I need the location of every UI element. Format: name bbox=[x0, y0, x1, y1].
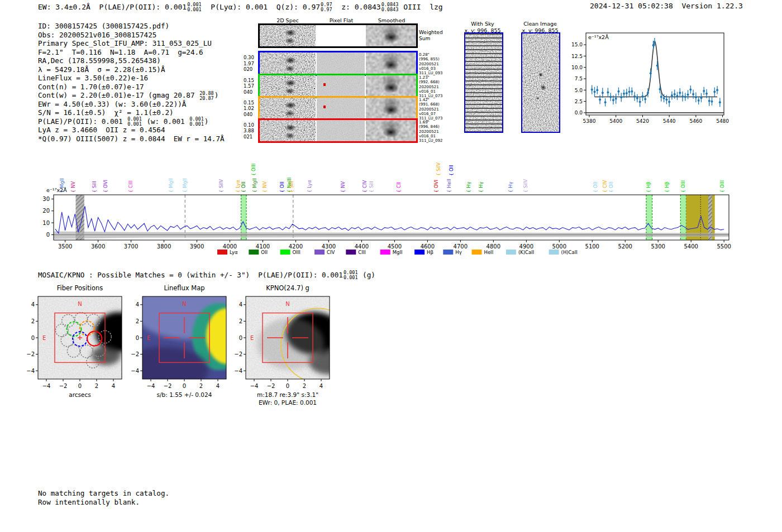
smoothed-image bbox=[366, 25, 416, 46]
spec2d-image bbox=[260, 120, 316, 141]
spec2d-row-right-label: 1.42"(991, 668)20200521v016_07311_LU_073 bbox=[419, 98, 452, 121]
svg-text:0: 0 bbox=[183, 383, 186, 389]
spectral-line-label: { OII bbox=[241, 181, 246, 193]
kpno-g-cutout: NE−4−2024420−2−4KPNO(24.7) gm:18.7 re:3.… bbox=[234, 284, 355, 406]
legend-swatch bbox=[506, 250, 516, 255]
svg-text:15.0: 15.0 bbox=[571, 42, 583, 47]
svg-text:4100: 4100 bbox=[256, 243, 270, 250]
svg-text:5440: 5440 bbox=[663, 118, 676, 124]
info-line: λ = 5429.18Å σ = 2.28(±0.15)Å bbox=[38, 65, 225, 74]
text-segment: ID: 3008157425 (3008157425.pdf) bbox=[38, 22, 169, 30]
spec2d-row-left-label: 0.151.02040 bbox=[244, 100, 258, 118]
text-segment: λ = 5429.18Å σ = 2.28(±0.15)Å bbox=[38, 65, 165, 74]
spectral-line-label: { OII bbox=[593, 181, 598, 193]
spectral-line-label: { NV bbox=[340, 181, 346, 193]
spectral-line-label: { OIII bbox=[251, 164, 256, 176]
compass-north: N bbox=[78, 301, 82, 307]
svg-text:5100: 5100 bbox=[585, 243, 599, 250]
legend-swatch bbox=[249, 250, 259, 255]
text-segment: F=2.1" T=0.116 N=1.18 A=0.71 g=24.6 bbox=[38, 48, 203, 56]
svg-text:4: 4 bbox=[31, 301, 35, 308]
noise-texture bbox=[317, 120, 365, 141]
stacked-hi-lo-value: 20.8820.87 bbox=[199, 90, 214, 100]
spectral-line-label: { OII bbox=[449, 165, 454, 176]
text-segment: P(LAE)/P(OII): 0.001 bbox=[38, 117, 127, 126]
flat-marker-dot bbox=[323, 106, 326, 108]
text-segment: Cont(n) = 1.70(±0.07)e-17 bbox=[38, 83, 144, 91]
legend-label: (H)CaII bbox=[561, 250, 578, 255]
svg-text:5420: 5420 bbox=[636, 118, 649, 124]
fiber-positions-cutout: NE−4−2024420−2−4Fiber Positionsarcsecs bbox=[26, 284, 142, 398]
main-spectrum-chart: 3500360037003800390040004100420043004400… bbox=[31, 147, 754, 261]
info-line: ID: 3008157425 (3008157425.pdf) bbox=[38, 22, 225, 31]
svg-text:3600: 3600 bbox=[91, 243, 105, 250]
spec2d-row bbox=[258, 23, 418, 48]
cutout-xlabel: arcsecs bbox=[69, 391, 90, 398]
header-timestamp: 2024-12-31 05:02:38 Version 1.22.3 bbox=[590, 2, 743, 10]
text-segment: LineFlux = 3.50(±0.22)e-16 bbox=[38, 74, 148, 82]
spectral-line-label: { CIII bbox=[128, 180, 133, 193]
spec2d-row bbox=[258, 96, 418, 121]
compass-north: N bbox=[182, 301, 186, 307]
text-segment: (w: 0.001 bbox=[142, 117, 189, 126]
spectrum-flux-line bbox=[55, 206, 724, 233]
svg-text:5500: 5500 bbox=[717, 243, 731, 250]
line-fit-chart: 0.02.55.07.510.012.515.05380540054205440… bbox=[570, 27, 748, 136]
with-sky-title: With Sky x, y: 996, 855 bbox=[464, 21, 500, 33]
spectral-line-label: { Hγ bbox=[466, 181, 471, 193]
svg-text:4000: 4000 bbox=[223, 243, 237, 250]
with-sky-title-text: With Sky bbox=[464, 21, 500, 27]
spec2d-row bbox=[258, 118, 418, 143]
spectral-line-label: { SiIV bbox=[523, 179, 528, 193]
spectral-line-label: { MgII bbox=[182, 178, 188, 193]
spec2d-row-left-label: 0.301.97020 bbox=[244, 55, 258, 73]
cutout-title: Lineflux Map bbox=[164, 284, 204, 292]
svg-text:5380: 5380 bbox=[583, 118, 596, 124]
text-segment: Primary Spec_Slot_IFU_AMP: 311_053_025_L… bbox=[38, 39, 212, 47]
spectral-line-label: { Lyα bbox=[307, 180, 312, 193]
lineflux-map-cutout: NE−4−2024420−2−4Lineflux Maps/b: 1.55 +/… bbox=[119, 281, 249, 398]
info-line: *Q(0.97) OIII(5007) z = 0.0844 EW r = 14… bbox=[38, 135, 225, 143]
spectral-line-label: { Hγ bbox=[508, 181, 513, 193]
svg-text:0: 0 bbox=[46, 232, 50, 238]
svg-text:0: 0 bbox=[31, 335, 35, 341]
smoothed-image bbox=[366, 52, 416, 74]
svg-text:−2: −2 bbox=[26, 351, 35, 357]
info-line: RA,Dec (178.559998,55.265438) bbox=[38, 56, 225, 65]
svg-text:−2: −2 bbox=[131, 351, 139, 357]
stacked-hi-lo-value: 0.0010.001 bbox=[187, 2, 202, 12]
stacked-hi-lo-value: 0.08430.0843 bbox=[381, 2, 399, 12]
pixel-flat-image bbox=[317, 75, 365, 97]
spectral-line-label: { SiIV bbox=[218, 179, 224, 193]
legend-swatch bbox=[380, 250, 390, 255]
compass-east: E bbox=[250, 335, 254, 341]
spectral-line-label: { HeII bbox=[446, 179, 452, 193]
svg-text:2: 2 bbox=[239, 318, 242, 324]
svg-text:10.0: 10.0 bbox=[571, 65, 583, 70]
spectral-line-label: { OII bbox=[279, 181, 285, 193]
text-segment: Cont(w) = 2.20(±0.01)e-17 (gmag 20.87 bbox=[38, 91, 199, 99]
spec2d-image bbox=[260, 52, 316, 74]
svg-text:−4: −4 bbox=[250, 383, 259, 389]
info-line: F=2.1" T=0.116 N=1.18 A=0.71 g=24.6 bbox=[38, 48, 225, 57]
svg-text:2.5: 2.5 bbox=[575, 99, 583, 104]
svg-text:4900: 4900 bbox=[519, 243, 533, 250]
footer-line-2: Row intentionally blank. bbox=[38, 498, 169, 507]
spectral-line-label: { OII bbox=[608, 181, 614, 193]
svg-text:3800: 3800 bbox=[157, 243, 171, 250]
spectral-line-label: { CIV bbox=[602, 180, 608, 193]
spectral-line-label: { MgII bbox=[252, 178, 258, 193]
text-segment: RA,Dec (178.559998,55.265438) bbox=[38, 56, 161, 65]
svg-text:−4: −4 bbox=[147, 383, 155, 389]
info-line: LyA z = 3.4660 OII z = 0.4564 bbox=[38, 126, 225, 135]
text-segment: OIII lzg bbox=[399, 3, 442, 11]
svg-text:4: 4 bbox=[320, 383, 323, 389]
cutout-panels: NE−4−2024420−2−4Fiber PositionsarcsecsNE… bbox=[22, 279, 380, 413]
cutout-title: Fiber Positions bbox=[57, 284, 103, 292]
legend-swatch bbox=[443, 250, 453, 255]
legend-label: Hγ bbox=[455, 250, 461, 255]
svg-text:4: 4 bbox=[239, 301, 242, 308]
text-segment: EWr = 4.50(±0.33) (w: 3.60(±0.22))Å bbox=[38, 100, 186, 108]
spec2d-row-left-label: 0.103.88021 bbox=[244, 122, 258, 140]
stacked-hi-lo-value: 0.0010.001 bbox=[127, 117, 142, 127]
